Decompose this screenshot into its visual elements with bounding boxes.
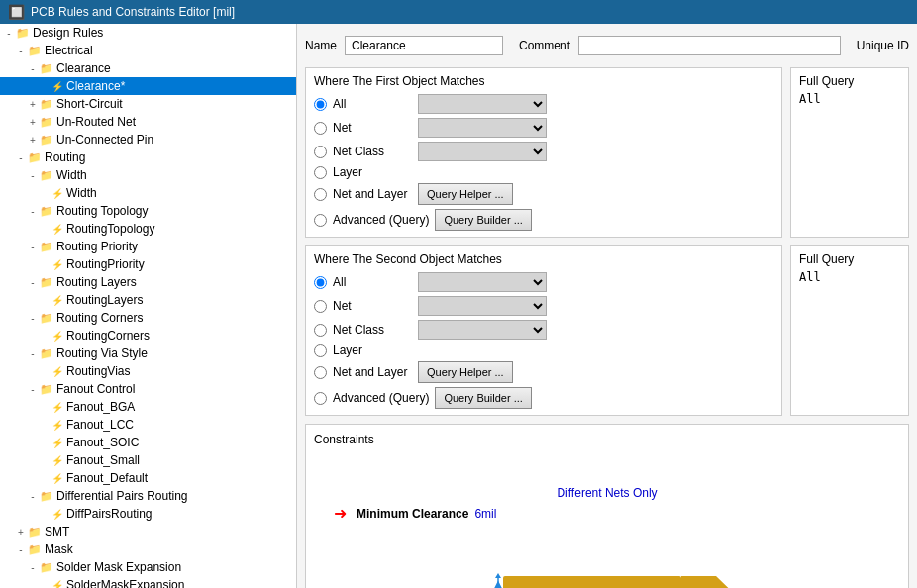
second-query-builder-button[interactable]: Query Builder ... (435, 387, 531, 409)
tree-expand-short-circuit: + (28, 99, 38, 110)
second-query-helper-button[interactable]: Query Helper ... (418, 361, 513, 383)
second-netclass-radio[interactable] (314, 324, 327, 337)
first-net-dropdown[interactable] (418, 118, 547, 138)
tree-item-routing-priority-rule[interactable]: ⚡RoutingPriority (0, 255, 296, 273)
first-net-radio[interactable] (314, 122, 327, 135)
second-netclass-dropdown[interactable] (418, 320, 547, 340)
second-layer-radio[interactable] (314, 344, 327, 357)
first-net-row: Net (314, 118, 773, 138)
tree-item-smt[interactable]: +📁SMT (0, 523, 296, 540)
tree-item-routing-topology-rule[interactable]: ⚡RoutingTopology (0, 220, 296, 238)
second-full-query-box: Full Query All (790, 245, 909, 416)
tree-item-diff-pairs-rule[interactable]: ⚡DiffPairsRouting (0, 505, 296, 523)
tree-expand-routing-topology: - (28, 206, 38, 217)
tree-item-diff-pairs[interactable]: -📁Differential Pairs Routing (0, 487, 296, 505)
first-advanced-label: Advanced (Query) (333, 213, 429, 227)
tree-label-routing-corners: Routing Corners (56, 311, 143, 325)
second-all-row: All (314, 272, 773, 292)
tree-label-fanout-bga: Fanout_BGA (66, 400, 135, 414)
first-layer-row: Layer (314, 165, 773, 179)
tree-icon-routing-corners-rule: ⚡ (51, 331, 63, 342)
name-input[interactable] (345, 36, 503, 55)
tree-icon-un-connected-pin: 📁 (40, 134, 53, 147)
first-full-query-box: Full Query All (790, 67, 909, 238)
title-bar: 🔲 PCB Rules and Constraints Editor [mil] (0, 0, 917, 24)
min-clearance-label: Minimum Clearance (357, 507, 468, 521)
tree-label-clearance-parent: Clearance (56, 61, 111, 75)
second-match-title: Where The Second Object Matches (314, 252, 773, 266)
tree-item-fanout-lcc[interactable]: ⚡Fanout_LCC (0, 416, 296, 434)
second-advanced-row: Advanced (Query) Query Builder ... (314, 387, 773, 409)
tree-item-electrical[interactable]: -📁Electrical (0, 42, 296, 59)
tree-item-un-routed-net[interactable]: +📁Un-Routed Net (0, 113, 296, 131)
tree-item-un-connected-pin[interactable]: +📁Un-Connected Pin (0, 131, 296, 148)
first-match-title: Where The First Object Matches (314, 74, 773, 88)
second-net-radio[interactable] (314, 300, 327, 313)
tree-item-routing-via-style[interactable]: -📁Routing Via Style (0, 344, 296, 362)
tree-item-width-rule[interactable]: ⚡Width (0, 184, 296, 202)
first-netclass-radio[interactable] (314, 146, 327, 158)
first-query-builder-button[interactable]: Query Builder ... (435, 209, 531, 231)
tree-item-routing-vias-rule[interactable]: ⚡RoutingVias (0, 362, 296, 380)
tree-item-clearance-parent[interactable]: -📁Clearance (0, 59, 296, 77)
second-netlayer-radio[interactable] (314, 366, 327, 379)
second-advanced-radio[interactable] (314, 392, 327, 405)
tree-item-routing-priority[interactable]: -📁Routing Priority (0, 238, 296, 255)
first-netclass-row: Net Class (314, 142, 773, 161)
tree-item-routing-layers-rule[interactable]: ⚡RoutingLayers (0, 291, 296, 309)
tree-icon-fanout-soic: ⚡ (51, 438, 63, 448)
tree-icon-routing-via-style: 📁 (40, 347, 53, 360)
tree-item-fanout-default[interactable]: ⚡Fanout_Default (0, 469, 296, 487)
first-all-row: All (314, 94, 773, 114)
tree-item-fanout-bga[interactable]: ⚡Fanout_BGA (0, 398, 296, 416)
tree-item-design-rules[interactable]: -📁Design Rules (0, 24, 296, 42)
tree-label-fanout-control: Fanout Control (56, 382, 135, 396)
tree-item-routing-corners-rule[interactable]: ⚡RoutingCorners (0, 327, 296, 344)
tree-item-solder-mask-expansion[interactable]: -📁Solder Mask Expansion (0, 558, 296, 576)
app-icon: 🔲 (8, 4, 25, 20)
tree-scroll[interactable]: -📁Design Rules-📁Electrical-📁Clearance⚡Cl… (0, 24, 296, 588)
tree-item-mask[interactable]: -📁Mask (0, 540, 296, 558)
tree-label-clearance-selected: Clearance* (66, 79, 125, 93)
tree-item-routing-layers[interactable]: -📁Routing Layers (0, 273, 296, 291)
second-all-radio[interactable] (314, 276, 327, 289)
tree-item-fanout-control[interactable]: -📁Fanout Control (0, 380, 296, 398)
second-net-dropdown[interactable] (418, 296, 547, 316)
first-netlayer-radio[interactable] (314, 188, 327, 201)
first-layer-radio[interactable] (314, 166, 327, 179)
first-full-query-value: All (799, 92, 900, 106)
tree-expand-diff-pairs: - (28, 491, 38, 502)
tree-icon-fanout-small: ⚡ (51, 455, 63, 466)
tree-item-routing-corners[interactable]: -📁Routing Corners (0, 309, 296, 327)
first-all-dropdown[interactable] (418, 94, 547, 114)
tree-expand-un-routed-net: + (28, 117, 38, 128)
constraints-section: Constraints Different Nets Only ➜ Minimu… (305, 424, 909, 588)
first-query-helper-button[interactable]: Query Helper ... (418, 183, 513, 205)
tree-label-routing-layers: Routing Layers (56, 275, 137, 289)
svg-marker-2 (681, 576, 751, 588)
left-panel: -📁Design Rules-📁Electrical-📁Clearance⚡Cl… (0, 24, 297, 588)
first-netlayer-label: Net and Layer (333, 187, 412, 201)
tree-item-solder-mask-rule[interactable]: ⚡SolderMaskExpansion (0, 576, 296, 588)
first-advanced-radio[interactable] (314, 214, 327, 227)
tree-item-clearance-selected[interactable]: ⚡Clearance* (0, 77, 296, 95)
tree-expand-routing-corners: - (28, 313, 38, 324)
tree-item-width[interactable]: -📁Width (0, 166, 296, 184)
first-all-radio[interactable] (314, 98, 327, 111)
tree-item-fanout-small[interactable]: ⚡Fanout_Small (0, 451, 296, 469)
tree-expand-solder-mask-expansion: - (28, 562, 38, 573)
second-match-box: Where The Second Object Matches All Net (305, 245, 782, 416)
tree-icon-smt: 📁 (28, 526, 42, 539)
tree-item-short-circuit[interactable]: +📁Short-Circuit (0, 95, 296, 113)
first-netclass-dropdown[interactable] (418, 142, 547, 161)
tree-label-routing-priority-rule: RoutingPriority (66, 257, 145, 271)
tree-item-routing[interactable]: -📁Routing (0, 148, 296, 166)
tree-icon-routing-corners: 📁 (40, 312, 53, 325)
tree-item-fanout-soic[interactable]: ⚡Fanout_SOIC (0, 434, 296, 451)
comment-input[interactable] (578, 36, 841, 55)
second-all-dropdown[interactable] (418, 272, 547, 292)
tree-item-routing-topology[interactable]: -📁Routing Topology (0, 202, 296, 220)
tree-icon-routing-vias-rule: ⚡ (51, 366, 63, 377)
tree-icon-width: 📁 (40, 169, 53, 182)
second-netlayer-row: Net and Layer Query Helper ... (314, 361, 773, 383)
